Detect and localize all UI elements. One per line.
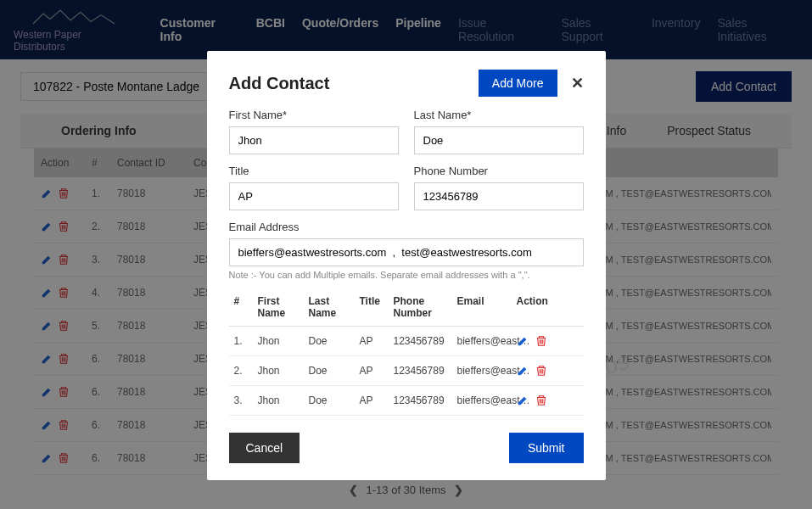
- modal-footer: Cancel Submit: [229, 433, 584, 463]
- table-row: 1.JhonDoeAP123456789bieffers@east…: [229, 327, 584, 356]
- trash-icon[interactable]: [535, 335, 547, 347]
- add-contact-modal: Add Contact Add More ✕ First Name* Last …: [207, 51, 606, 480]
- phone-label: Phone Number: [414, 165, 584, 177]
- last-name-label: Last Name*: [414, 109, 584, 121]
- phone-input[interactable]: [414, 182, 584, 210]
- modal-table-header: # First Name Last Name Title Phone Numbe…: [229, 288, 584, 327]
- pencil-icon[interactable]: [517, 394, 529, 406]
- title-input[interactable]: [229, 182, 399, 210]
- table-row: 3.JhonDoeAP123456789bieffers@east…: [229, 386, 584, 416]
- pencil-icon[interactable]: [517, 335, 529, 347]
- email-input[interactable]: [229, 238, 584, 266]
- modal-overlay: Add Contact Add More ✕ First Name* Last …: [0, 0, 812, 509]
- modal-contacts-table: # First Name Last Name Title Phone Numbe…: [229, 288, 584, 416]
- modal-title: Add Contact: [229, 74, 330, 93]
- trash-icon[interactable]: [535, 394, 547, 406]
- email-note: Note :- You can add Multiple emails. Sep…: [229, 270, 584, 280]
- title-label: Title: [229, 165, 399, 177]
- email-label: Email Address: [229, 221, 584, 233]
- add-more-button[interactable]: Add More: [479, 70, 557, 97]
- cancel-button[interactable]: Cancel: [229, 433, 300, 463]
- table-row: 2.JhonDoeAP123456789bieffers@east…: [229, 356, 584, 386]
- modal-header: Add Contact Add More ✕: [229, 70, 584, 97]
- submit-button[interactable]: Submit: [509, 433, 584, 463]
- last-name-input[interactable]: [414, 126, 584, 154]
- first-name-label: First Name*: [229, 109, 399, 121]
- first-name-input[interactable]: [229, 126, 399, 154]
- trash-icon[interactable]: [535, 365, 547, 377]
- pencil-icon[interactable]: [517, 365, 529, 377]
- close-icon[interactable]: ✕: [571, 74, 584, 92]
